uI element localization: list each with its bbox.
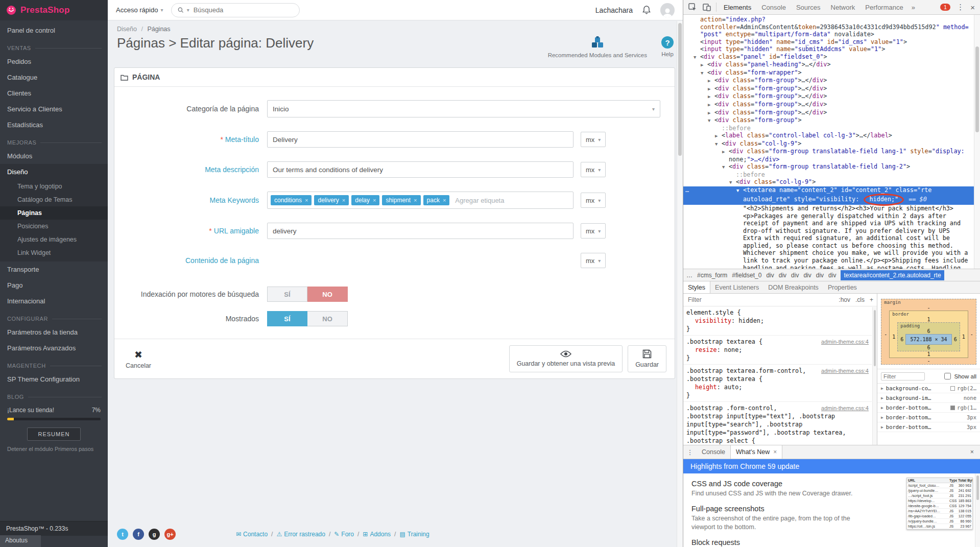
drawer-menu-icon[interactable]: ⋮	[683, 445, 697, 459]
page-scrollbar-thumb[interactable]	[678, 23, 682, 156]
language-selector[interactable]: mx▾	[581, 193, 606, 208]
style-property[interactable]: resize: none;	[686, 346, 869, 354]
dom-tree-line[interactable]: ▶<div class="form-group">…</div>	[683, 77, 974, 85]
devtools-tab-network[interactable]: Network	[826, 0, 861, 14]
devtools-menu-icon[interactable]: ⋮	[957, 3, 964, 12]
dom-tree-line[interactable]: ▼<div class="form-group translatable-fie…	[683, 163, 974, 171]
search-input[interactable]	[193, 6, 294, 14]
footer-link-foro[interactable]: ✎Foro	[334, 531, 354, 538]
language-selector[interactable]: mx▾	[581, 223, 606, 239]
notifications-bell-icon[interactable]	[642, 5, 651, 15]
sidebar-item-pedidos[interactable]: Pedidos	[0, 54, 108, 69]
dom-tree-line[interactable]: <input type="hidden" name="id_cms" id="i…	[683, 38, 974, 46]
collapse-arrow-icon[interactable]: ▼	[708, 117, 714, 125]
dom-tree-line[interactable]: none;">…</div>	[683, 156, 974, 163]
dom-crumb-div[interactable]: div	[816, 272, 824, 279]
dom-crumb-div[interactable]: div	[766, 272, 774, 279]
devtools-tab-sources[interactable]: Sources	[791, 0, 826, 14]
sidebar-item-clientes[interactable]: Clientes	[0, 85, 108, 101]
user-menu[interactable]: Lachachara	[595, 6, 633, 14]
elements-scrollbar-thumb[interactable]	[975, 46, 979, 132]
dom-crumb-div[interactable]: div	[828, 272, 836, 279]
collapse-arrow-icon[interactable]: ▼	[715, 140, 722, 148]
inspect-element-icon[interactable]	[685, 0, 700, 14]
dom-tree-line[interactable]: link to track your package online.</p><p…	[683, 257, 974, 265]
dom-crumb-div[interactable]: div	[803, 272, 811, 279]
help-button[interactable]: ? Help	[661, 36, 674, 58]
footer-link-training[interactable]: ▤Training	[399, 531, 429, 538]
dom-tree-line[interactable]: ▶<div class="form-group">…</div>	[683, 92, 974, 101]
dom-tree-line[interactable]: ▶<div class="panel-heading">…</div>	[683, 61, 974, 69]
breadcrumb-section[interactable]: Diseño	[117, 26, 137, 33]
switch-off-option[interactable]: NO	[307, 311, 348, 326]
dom-crumb-fieldset-0[interactable]: #fieldset_0	[732, 272, 761, 279]
computed-property-row[interactable]: ▶border-bottom…rgb(1…	[877, 403, 980, 413]
whats-new-scrollbar[interactable]	[975, 473, 980, 547]
tags-input[interactable]: conditions×delivery×delay×shipment×pack×…	[267, 192, 573, 209]
social-facebook-icon[interactable]: f	[133, 529, 144, 540]
devtools-tab-console[interactable]: Console	[756, 0, 791, 14]
whats-new-scrollbar-thumb[interactable]	[976, 475, 979, 500]
drawer-tab-whats-new[interactable]: What's New ×	[730, 445, 782, 459]
sidebar-item-tema-y-logotipo[interactable]: Tema y logotipo	[0, 180, 108, 193]
dom-tree-line[interactable]: ▼<div class="form-wrapper">	[683, 69, 974, 77]
styles-scrollbar-thumb[interactable]	[874, 310, 876, 366]
input-meta-descripción[interactable]	[267, 161, 573, 178]
show-all-checkbox[interactable]	[944, 373, 951, 379]
sidebar-item-catálogo-de-temas[interactable]: Catálogo de Temas	[0, 193, 108, 206]
dom-tree-line[interactable]: ▶<label class="control-label col-lg-3">……	[683, 132, 974, 140]
prestashop-logo[interactable]: PrestaShop	[0, 0, 108, 20]
expand-arrow-icon[interactable]: ▶	[708, 109, 714, 117]
drawer-tab-console[interactable]: Console	[697, 445, 730, 459]
sidebar-item-catalogue[interactable]: Catalogue	[0, 69, 108, 85]
sidebar-item-pago[interactable]: Pago	[0, 277, 108, 293]
elements-scrollbar[interactable]	[974, 15, 980, 269]
dom-crumb-[interactable]: …	[686, 272, 692, 279]
styles-tab-dom-breakpoints[interactable]: DOM Breakpoints	[763, 281, 823, 293]
tag-remove-icon[interactable]: ×	[414, 197, 417, 203]
expand-arrow-icon[interactable]: ▶	[881, 386, 883, 391]
dom-tree-line[interactable]: ▶<div class="form-group">…</div>	[683, 101, 974, 109]
collapse-arrow-icon[interactable]: ▼	[722, 163, 729, 171]
sidebar-item-diseño[interactable]: Diseño	[0, 164, 108, 180]
dom-tree-line[interactable]: "<h2>Shipments and returns</h2><h3>Your …	[683, 205, 974, 212]
collapse-arrow-icon[interactable]: ▼	[701, 69, 707, 77]
show-all-toggle[interactable]: Show all	[942, 371, 976, 381]
expand-arrow-icon[interactable]: ▶	[881, 396, 883, 400]
sidebar-item-parámetros-avanzados[interactable]: Parámetros Avanzados	[0, 340, 108, 356]
tag-remove-icon[interactable]: ×	[443, 197, 446, 203]
dom-tree-line[interactable]: ::before	[683, 125, 974, 132]
global-search[interactable]: ▾	[171, 3, 300, 17]
resume-onboarding-button[interactable]: RESUMEN	[27, 427, 80, 441]
expand-arrow-icon[interactable]: ▶	[881, 415, 883, 420]
dom-tree-line[interactable]: controller=AdminCmsContent&token=2938645…	[683, 23, 974, 31]
dom-tree-line[interactable]: Extra with required signature, an additi…	[683, 234, 974, 242]
expand-arrow-icon[interactable]: ▶	[881, 425, 883, 430]
save-button[interactable]: Guardar	[628, 345, 666, 372]
expand-arrow-icon[interactable]: ▶	[881, 406, 883, 410]
error-count-badge[interactable]: 1	[940, 4, 950, 11]
expand-arrow-icon[interactable]: ▶	[708, 77, 714, 85]
computed-property-row[interactable]: ▶border-bottom…3px	[877, 422, 980, 432]
dom-crumb-cms-form[interactable]: #cms_form	[697, 272, 727, 279]
dom-tree-line[interactable]: handling and packing fees as well as pos…	[683, 265, 974, 269]
expand-arrow-icon[interactable]: ▶	[701, 61, 707, 69]
hidden-siblings-ellipsis-icon[interactable]: …	[685, 186, 689, 194]
footer-link-error-rastreado[interactable]: ⚠Error rastreado	[276, 531, 325, 538]
footer-link-contacto[interactable]: ✉Contacto	[236, 531, 268, 538]
dom-tree-line[interactable]: ▼<div class="col-lg-9">	[683, 178, 974, 186]
computed-property-row[interactable]: ▶background-co…rgb(2…	[877, 384, 980, 393]
styles-tab-properties[interactable]: Properties	[823, 281, 862, 293]
expand-arrow-icon[interactable]: ▶	[708, 101, 714, 109]
toggle-hover-state-button[interactable]: :hov	[839, 296, 850, 303]
language-selector[interactable]: mx▾	[581, 132, 606, 147]
styles-tab-styles[interactable]: Styles	[683, 281, 710, 293]
language-selector[interactable]: mx▾	[581, 162, 606, 177]
sidebar-item-transporte[interactable]: Transporte	[0, 261, 108, 277]
styles-tab-event-listeners[interactable]: Event Listeners	[710, 281, 763, 293]
social-github-icon[interactable]: g	[149, 529, 160, 540]
switch-on-option[interactable]: SÍ	[267, 287, 307, 302]
category-select[interactable]: Inicio▾	[267, 100, 660, 117]
devtools-tab-elements[interactable]: Elements	[719, 0, 756, 14]
dom-tree-line[interactable]: <input type="hidden" name="submitAddcms"…	[683, 45, 974, 53]
